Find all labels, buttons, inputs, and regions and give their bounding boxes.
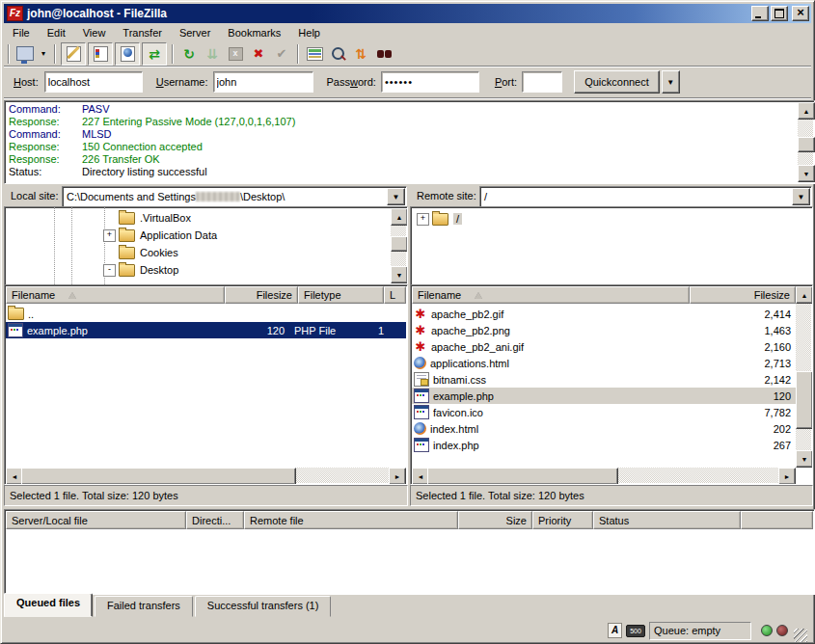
tab-failed-transfers[interactable]: Failed transfers <box>95 596 193 617</box>
file-row[interactable]: index.html 202 <box>412 420 796 437</box>
disconnect-button[interactable]: ✖ <box>248 43 269 65</box>
quickconnect-bar: Host: Username: Password: Port: Quickcon… <box>4 67 811 98</box>
folder-icon <box>119 229 135 242</box>
site-manager-dropdown[interactable]: ▾ <box>38 43 49 65</box>
queue-column-status[interactable]: Status <box>593 511 741 529</box>
password-input[interactable] <box>381 71 479 93</box>
queue-column-size[interactable]: Size <box>458 511 532 529</box>
queue-column-server-local-file[interactable]: Server/Local file <box>6 511 186 529</box>
host-label: Host: <box>14 76 39 88</box>
scrollbar-thumb[interactable] <box>798 137 815 152</box>
toggle-remote-tree-button[interactable] <box>115 42 140 66</box>
file-row[interactable]: bitnami.css 2,142 <box>412 371 796 388</box>
filter-button[interactable] <box>304 43 325 65</box>
combo-dropdown[interactable]: ▼ <box>387 188 405 205</box>
process-queue-button[interactable]: ⇊ <box>202 43 223 65</box>
file-row[interactable]: index.php 267 <box>412 437 796 453</box>
queue-column-direction[interactable]: Directi... <box>186 511 244 529</box>
site-manager-button[interactable] <box>14 43 36 65</box>
port-input[interactable] <box>522 71 562 93</box>
username-input[interactable] <box>213 71 313 93</box>
local-site-combobox[interactable]: C:\Documents and Settings\Desktop\ ▼ <box>62 186 407 207</box>
menu-transfer[interactable]: Transfer <box>114 25 171 40</box>
quickconnect-button[interactable]: Quickconnect <box>574 70 660 94</box>
tree-scrollbar[interactable]: ▲ ▼ <box>391 208 406 283</box>
column-header-filename[interactable]: Filename <box>412 286 690 304</box>
maximize-button[interactable] <box>771 6 788 21</box>
find-files-button[interactable] <box>373 43 394 65</box>
folder-icon <box>119 264 135 277</box>
file-row-selected[interactable]: example.php 120 <box>412 388 796 404</box>
column-header-filesize[interactable]: Filesize <box>225 286 298 304</box>
synchronized-browsing-button[interactable]: ⇅ <box>350 43 371 65</box>
expand-icon[interactable]: + <box>103 229 116 242</box>
speed-limits-icon[interactable]: 500 <box>626 625 645 637</box>
scroll-right-icon[interactable]: ► <box>389 468 406 485</box>
menu-edit[interactable]: Edit <box>39 25 74 40</box>
menu-bookmarks[interactable]: Bookmarks <box>219 25 289 40</box>
menu-server[interactable]: Server <box>171 25 219 40</box>
tree-item[interactable]: + / <box>417 210 462 228</box>
column-header-filename[interactable]: Filename <box>6 286 225 304</box>
menu-file[interactable]: File <box>4 25 39 40</box>
local-horizontal-scrollbar[interactable]: ◄ ► <box>6 468 406 483</box>
tree-item[interactable]: + Application Data <box>103 227 217 244</box>
scrollbar-thumb[interactable] <box>796 371 813 429</box>
file-row[interactable]: applications.html 2,713 <box>412 355 796 371</box>
remote-horizontal-scrollbar[interactable]: ◄ ► <box>412 468 796 483</box>
tree-item[interactable]: - Desktop <box>103 261 178 279</box>
local-directory-tree: .VirtualBox + Application Data Cookies -… <box>4 206 408 285</box>
file-row[interactable]: apache_pb2.png 1,463 <box>412 322 796 338</box>
toggle-transfer-queue-button[interactable]: ⇄ <box>142 42 167 66</box>
queue-column-priority[interactable]: Priority <box>532 511 593 529</box>
scroll-up-icon[interactable]: ▲ <box>796 286 813 304</box>
queue-column-remote-file[interactable]: Remote file <box>244 511 458 529</box>
scrollbar-thumb[interactable] <box>391 236 408 252</box>
column-header-filesize[interactable]: Filesize <box>690 286 796 304</box>
file-row[interactable]: apache_pb2_ani.gif 2,160 <box>412 338 796 355</box>
tab-queued-files[interactable]: Queued files <box>4 593 93 617</box>
menu-help[interactable]: Help <box>289 25 329 40</box>
column-header-lastmodified[interactable]: L <box>384 286 406 304</box>
file-row[interactable]: apache_pb2.gif 2,414 <box>412 306 796 322</box>
scrollbar-thumb[interactable] <box>21 468 296 485</box>
quickconnect-dropdown[interactable]: ▼ <box>662 70 680 94</box>
tree-item[interactable]: Cookies <box>103 244 178 261</box>
apache-feather-icon <box>414 324 427 336</box>
file-row[interactable]: favicon.ico 7,782 <box>412 404 796 420</box>
cancel-operation-button[interactable]: x <box>225 43 246 65</box>
data-type-indicator-icon[interactable]: A <box>608 623 622 638</box>
scroll-down-icon[interactable]: ▼ <box>796 450 813 468</box>
remote-site-combobox[interactable]: / ▼ <box>479 186 812 207</box>
host-input[interactable] <box>44 71 143 93</box>
toggle-local-tree-button[interactable] <box>88 42 113 66</box>
refresh-button[interactable]: ↻ <box>178 43 200 65</box>
menu-view[interactable]: View <box>74 25 115 40</box>
tab-successful-transfers[interactable]: Successful transfers (1) <box>195 596 332 617</box>
scroll-down-icon[interactable]: ▼ <box>391 266 408 283</box>
file-row[interactable]: .. <box>6 306 406 322</box>
minimize-button[interactable] <box>751 6 769 21</box>
cancel-icon: x <box>229 47 243 61</box>
folder-icon <box>8 308 24 320</box>
combo-dropdown[interactable]: ▼ <box>792 188 810 205</box>
column-header-filetype[interactable]: Filetype <box>298 286 384 304</box>
file-row-selected[interactable]: example.php 120 PHP File 1 <box>6 322 406 338</box>
scroll-up-icon[interactable]: ▲ <box>391 208 408 226</box>
scrollbar-thumb[interactable] <box>427 468 618 485</box>
directory-comparison-button[interactable] <box>327 43 348 65</box>
collapse-icon[interactable]: - <box>103 264 116 277</box>
queue-column-empty[interactable] <box>741 511 813 529</box>
toggle-message-log-button[interactable] <box>61 42 86 66</box>
resize-grip[interactable] <box>794 629 807 642</box>
remote-vertical-scrollbar[interactable]: ▲ ▼ <box>796 286 811 468</box>
scroll-right-icon[interactable]: ► <box>778 468 796 485</box>
scroll-down-icon[interactable]: ▼ <box>798 165 815 182</box>
tree-item[interactable]: .VirtualBox <box>103 209 191 227</box>
remote-directory-tree: + / <box>410 206 813 285</box>
close-button[interactable] <box>792 6 809 21</box>
expand-icon[interactable]: + <box>417 213 429 226</box>
reconnect-button[interactable]: ✔ <box>271 43 292 65</box>
log-scrollbar[interactable]: ▲ ▼ <box>798 102 813 182</box>
scroll-up-icon[interactable]: ▲ <box>798 102 815 120</box>
